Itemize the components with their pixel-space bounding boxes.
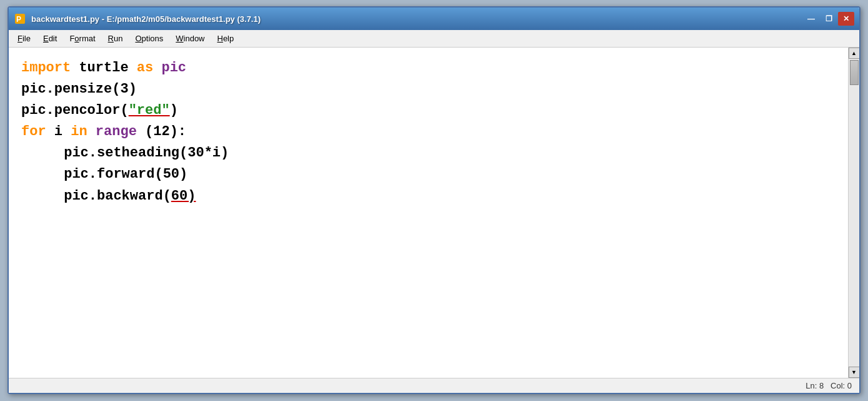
menu-help[interactable]: Help bbox=[211, 31, 241, 46]
keyword-import: import bbox=[21, 60, 71, 76]
title-text: backwardtest1.py - E:/pmath2/m05/backwar… bbox=[31, 14, 803, 24]
code-line-4: for i in range (12): bbox=[21, 121, 836, 143]
keyword-as: as bbox=[137, 60, 153, 76]
code-token: pic.pensize(3) bbox=[21, 81, 137, 97]
keyword-for: for bbox=[21, 124, 46, 140]
scroll-down-button[interactable]: ▼ bbox=[849, 367, 860, 378]
code-token: i bbox=[54, 124, 71, 140]
restore-button[interactable]: ❒ bbox=[821, 12, 837, 26]
code-token: ) bbox=[170, 103, 178, 118]
code-line-7: pic.backward(60) bbox=[21, 186, 836, 207]
menu-file[interactable]: File bbox=[11, 31, 37, 46]
scrollbar[interactable]: ▲ ▼ bbox=[848, 48, 859, 378]
code-token: turtle bbox=[79, 60, 136, 76]
code-token: pic bbox=[161, 60, 186, 76]
menu-window[interactable]: Window bbox=[169, 31, 211, 46]
app-icon: P bbox=[14, 13, 26, 25]
scroll-thumb[interactable] bbox=[850, 60, 859, 85]
code-line-5: pic.setheading(30*i) bbox=[21, 143, 836, 164]
code-token: pic.forward(50) bbox=[64, 166, 187, 182]
menu-bar: File Edit Format Run Options Window Help bbox=[9, 30, 859, 48]
code-token: (12): bbox=[145, 124, 186, 140]
keyword-in: in bbox=[71, 124, 87, 140]
menu-format[interactable]: Format bbox=[63, 31, 101, 46]
main-window: P backwardtest1.py - E:/pmath2/m05/backw… bbox=[7, 6, 861, 394]
status-ln: Ln: 8 bbox=[806, 381, 824, 390]
close-button[interactable]: ✕ bbox=[838, 12, 854, 26]
token-backward-arg: 60) bbox=[171, 188, 196, 204]
builtin-range: range bbox=[96, 124, 137, 140]
scroll-up-button[interactable]: ▲ bbox=[849, 48, 860, 59]
status-ln-col: Ln: 8 Col: 0 bbox=[806, 381, 852, 390]
code-token: pic.backward( bbox=[64, 188, 171, 204]
code-line-1: import turtle as pic bbox=[21, 58, 836, 79]
title-bar: P backwardtest1.py - E:/pmath2/m05/backw… bbox=[9, 8, 859, 30]
code-editor[interactable]: import turtle as pic pic.pensize(3) pic.… bbox=[9, 48, 848, 378]
code-line-6: pic.forward(50) bbox=[21, 164, 836, 185]
scroll-track[interactable] bbox=[849, 59, 859, 367]
code-line-3: pic.pencolor("red") bbox=[21, 100, 836, 121]
status-col: Col: 0 bbox=[831, 381, 852, 390]
menu-options[interactable]: Options bbox=[129, 31, 169, 46]
menu-edit[interactable]: Edit bbox=[37, 31, 63, 46]
svg-text:P: P bbox=[16, 15, 21, 24]
code-token: pic.pencolor( bbox=[21, 103, 129, 118]
status-bar: Ln: 8 Col: 0 bbox=[9, 378, 859, 393]
content-area: import turtle as pic pic.pensize(3) pic.… bbox=[9, 48, 859, 378]
code-token: pic.setheading(30*i) bbox=[64, 145, 229, 161]
minimize-button[interactable]: — bbox=[803, 12, 819, 26]
menu-run[interactable]: Run bbox=[102, 31, 129, 46]
string-red: "red" bbox=[129, 103, 170, 118]
code-line-2: pic.pensize(3) bbox=[21, 79, 836, 100]
title-buttons: — ❒ ✕ bbox=[803, 12, 854, 26]
